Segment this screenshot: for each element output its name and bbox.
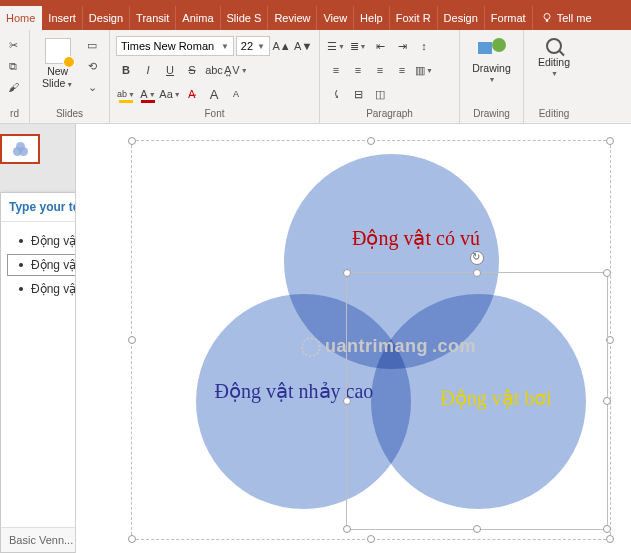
resize-handle[interactable] (603, 397, 611, 405)
drawing-button[interactable]: Drawing ▼ (462, 34, 521, 87)
new-slide-button[interactable]: NewSlide▼ (36, 36, 79, 96)
drawing-btn-label: Drawing (472, 62, 511, 74)
font-size-combo[interactable]: 22▼ (236, 36, 270, 56)
font-name-value: Times New Roman (121, 40, 214, 52)
highlight-button[interactable]: ab▼ (116, 84, 136, 104)
resize-handle[interactable] (606, 535, 614, 543)
bullet-icon (19, 287, 23, 291)
align-right-button[interactable]: ≡ (370, 60, 390, 80)
ribbon-tabs: Home Insert Design Transit Anima Slide S… (0, 6, 631, 30)
watermark-text: uantrimang (325, 336, 428, 357)
watermark-icon (301, 337, 321, 357)
resize-handle[interactable] (343, 525, 351, 533)
shadow-button[interactable]: abc (204, 60, 224, 80)
smartart-button[interactable]: ◫ (370, 84, 390, 104)
resize-handle[interactable] (128, 535, 136, 543)
slide-thumbnail-1[interactable] (0, 134, 40, 164)
underline-button[interactable]: U (160, 60, 180, 80)
resize-handle[interactable] (603, 525, 611, 533)
font-color-button[interactable]: A▼ (138, 84, 158, 104)
resize-handle[interactable] (343, 397, 351, 405)
thumbnail-panel (0, 124, 38, 182)
font-label: Font (112, 106, 317, 121)
paragraph-label: Paragraph (322, 106, 457, 121)
bullet-icon (19, 263, 23, 267)
indent-inc-button[interactable]: ⇥ (392, 36, 412, 56)
resize-handle[interactable] (367, 137, 375, 145)
ribbon: ✂ ⧉ 🖌 rd NewSlide▼ ▭ ⟲ ⌄ Slides T (0, 30, 631, 124)
venn-label-1[interactable]: Động vật có vú (326, 226, 506, 250)
layout-button[interactable]: ▭ (83, 36, 101, 54)
bullet-icon (19, 239, 23, 243)
group-font: Times New Roman▼ 22▼ A▲ A▼ B I U S abc A… (110, 30, 320, 123)
tab-transitions[interactable]: Transit (130, 6, 176, 30)
editing-button[interactable]: Editing ▼ (526, 34, 582, 81)
decrease-font-button[interactable]: A (226, 84, 246, 104)
tab-insert[interactable]: Insert (42, 6, 83, 30)
clipboard-label: rd (2, 106, 27, 121)
clear-format-button[interactable]: A̶ (182, 84, 202, 104)
tab-foxit[interactable]: Foxit R (390, 6, 438, 30)
resize-handle[interactable] (128, 336, 136, 344)
tab-help[interactable]: Help (354, 6, 390, 30)
resize-handle[interactable] (343, 269, 351, 277)
new-slide-icon (45, 38, 71, 64)
increase-font-button[interactable]: A (204, 84, 224, 104)
font-name-combo[interactable]: Times New Roman▼ (116, 36, 234, 56)
tab-format[interactable]: Format (485, 6, 533, 30)
tab-design[interactable]: Design (83, 6, 130, 30)
numbering-button[interactable]: ≣▼ (348, 36, 368, 56)
align-center-button[interactable]: ≡ (348, 60, 368, 80)
bullets-button[interactable]: ☰▼ (326, 36, 346, 56)
align-left-button[interactable]: ≡ (326, 60, 346, 80)
tab-home[interactable]: Home (0, 6, 42, 30)
change-case-button[interactable]: Aa▼ (160, 84, 180, 104)
reset-button[interactable]: ⟲ (83, 57, 101, 75)
justify-button[interactable]: ≡ (392, 60, 412, 80)
work-area: Type your text here × Động vật có vú Độn… (0, 124, 631, 553)
cut-button[interactable]: ✂ (4, 36, 22, 54)
svg-rect-1 (546, 20, 548, 22)
align-text-button[interactable]: ⊟ (348, 84, 368, 104)
text-direction-button[interactable]: ⤹ (326, 84, 346, 104)
resize-handle[interactable] (603, 269, 611, 277)
new-slide-label: NewSlide▼ (42, 66, 73, 89)
shapes-icon (478, 38, 506, 60)
group-slides: NewSlide▼ ▭ ⟲ ⌄ Slides (30, 30, 110, 123)
resize-handle[interactable] (606, 137, 614, 145)
copy-button[interactable]: ⧉ (4, 57, 22, 75)
section-button[interactable]: ⌄ (83, 78, 101, 96)
group-drawing: Drawing ▼ Drawing (460, 30, 524, 123)
resize-handle[interactable] (128, 137, 136, 145)
spacing-button[interactable]: A͍V▼ (226, 60, 246, 80)
strike-button[interactable]: S (182, 60, 202, 80)
resize-handle[interactable] (473, 525, 481, 533)
tab-view[interactable]: View (317, 6, 354, 30)
bold-button[interactable]: B (116, 60, 136, 80)
italic-button[interactable]: I (138, 60, 158, 80)
rotate-handle[interactable] (470, 251, 484, 265)
group-editing: Editing ▼ Editing (524, 30, 584, 123)
tell-me[interactable]: Tell me (533, 6, 600, 30)
thumbnail-venn-icon (13, 142, 27, 156)
tab-slideshow[interactable]: Slide S (221, 6, 269, 30)
slide-canvas[interactable]: Động vật có vú Động vật nhảy cao Động vậ… (75, 124, 631, 553)
editing-btn-label: Editing (538, 56, 570, 68)
indent-dec-button[interactable]: ⇤ (370, 36, 390, 56)
svg-point-0 (544, 14, 550, 20)
shape-selection-frame[interactable] (346, 272, 608, 530)
shrink-font-button[interactable]: A▼ (293, 36, 313, 56)
resize-handle[interactable] (473, 269, 481, 277)
columns-button[interactable]: ▥▼ (414, 60, 434, 80)
line-spacing-button[interactable]: ↕ (414, 36, 434, 56)
grow-font-button[interactable]: A▲ (272, 36, 292, 56)
tab-review[interactable]: Review (268, 6, 317, 30)
tab-animations[interactable]: Anima (176, 6, 220, 30)
watermark: uantrimang.com (301, 336, 476, 357)
resize-handle[interactable] (367, 535, 375, 543)
bulb-icon (541, 12, 553, 24)
tab-smartart-design[interactable]: Design (438, 6, 485, 30)
tell-me-label: Tell me (557, 12, 592, 24)
format-painter-button[interactable]: 🖌 (4, 78, 22, 96)
editing-label: Editing (526, 106, 582, 121)
